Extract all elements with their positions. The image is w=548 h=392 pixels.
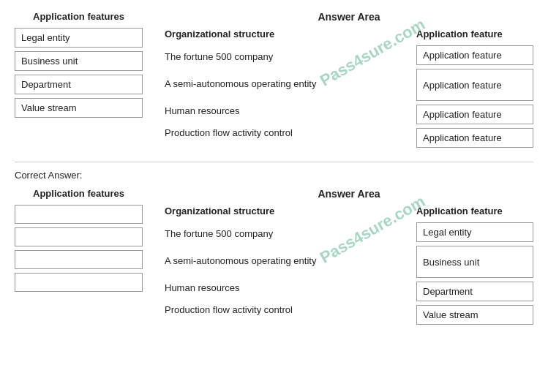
- answer-left-title: Application features: [15, 188, 143, 199]
- correct-answer-label: Correct Answer:: [15, 170, 533, 181]
- question-answer-title: Answer Area: [165, 11, 533, 23]
- question-feat-col: Application feature Application feature …: [416, 29, 533, 151]
- answer-left-panel: Application features: [15, 188, 143, 328]
- answer-answer-title: Answer Area: [165, 188, 533, 200]
- question-org-col: Organizational structure The fortune 500…: [165, 29, 402, 151]
- answer-answer-table: Pass4sure.com Organizational structure T…: [165, 206, 533, 328]
- q-org-4: Production flow activity control: [165, 121, 402, 143]
- answer-feat-title: Application feature: [416, 206, 533, 216]
- answer-org-col: Organizational structure The fortune 500…: [165, 206, 402, 328]
- question-left-title: Application features: [15, 11, 143, 22]
- section-divider: [15, 162, 533, 162]
- q-feat-ans-3[interactable]: Application feature: [416, 105, 533, 124]
- a-org-2: A semi-autonomous operating entity: [165, 244, 402, 276]
- q-org-2: A semi-autonomous operating entity: [165, 67, 402, 99]
- a-feature-1: [15, 205, 143, 224]
- q-feature-1[interactable]: Legal entity: [15, 28, 143, 48]
- question-feat-title: Application feature: [416, 29, 533, 39]
- q-feat-ans-4[interactable]: Application feature: [416, 128, 533, 148]
- answer-feat-col: Application feature Legal entity Busines…: [416, 206, 533, 328]
- question-org-title: Organizational structure: [165, 29, 402, 39]
- a-feature-4: [15, 273, 143, 292]
- question-section: Application features Legal entity Busine…: [15, 11, 533, 151]
- q-org-3: Human resources: [165, 99, 402, 121]
- answer-org-title: Organizational structure: [165, 206, 402, 216]
- question-answer-table: Pass4sure.com Organizational structure T…: [165, 29, 533, 151]
- question-left-panel: Application features Legal entity Busine…: [15, 11, 143, 151]
- q-feature-2[interactable]: Business unit: [15, 51, 143, 71]
- q-org-1: The fortune 500 company: [165, 45, 402, 67]
- q-feature-3[interactable]: Department: [15, 75, 143, 94]
- answer-answer-area: Answer Area Pass4sure.com Organizational…: [165, 188, 533, 328]
- a-feat-ans-2: Business unit: [416, 246, 533, 278]
- a-feat-ans-4: Value stream: [416, 305, 533, 325]
- a-feat-ans-1: Legal entity: [416, 222, 533, 242]
- question-answer-area: Answer Area Pass4sure.com Organizational…: [165, 11, 533, 151]
- q-feat-ans-1[interactable]: Application feature: [416, 45, 533, 65]
- a-org-1: The fortune 500 company: [165, 222, 402, 244]
- a-org-3: Human resources: [165, 276, 402, 298]
- a-feature-2: [15, 227, 143, 246]
- q-feature-4[interactable]: Value stream: [15, 98, 143, 118]
- a-org-4: Production flow activity control: [165, 298, 402, 320]
- q-feat-ans-2[interactable]: Application feature: [416, 69, 533, 101]
- a-feature-3: [15, 250, 143, 269]
- answer-section: Application features Answer Area Pass4su…: [15, 188, 533, 328]
- a-feat-ans-3: Department: [416, 282, 533, 301]
